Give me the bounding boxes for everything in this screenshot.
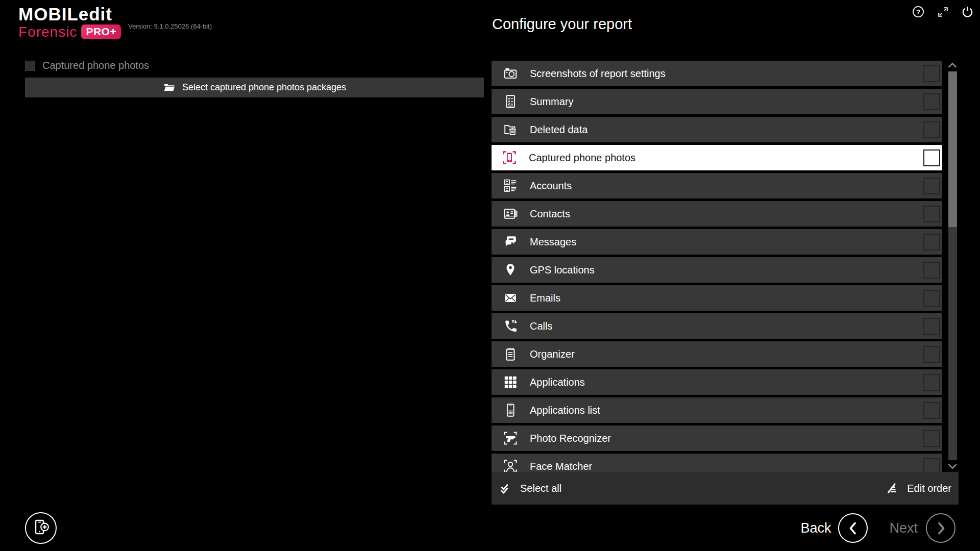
list-footer-bar: Select all Edit order bbox=[492, 472, 959, 505]
captured-phone-icon bbox=[501, 149, 518, 166]
app-logo: MOBILedit Forensic PRO+ bbox=[18, 5, 121, 39]
photo-recognizer-icon bbox=[502, 430, 519, 447]
report-item-gps-locations[interactable]: GPS locations bbox=[492, 257, 942, 283]
logo-pro-badge: PRO+ bbox=[81, 24, 121, 39]
report-item-screenshots-of-report-settings[interactable]: Screenshots of report settings bbox=[492, 61, 942, 86]
edit-order-label: Edit order bbox=[907, 483, 951, 494]
chevron-right-icon bbox=[935, 521, 947, 536]
captured-photos-label: Captured phone photos bbox=[42, 60, 149, 71]
power-icon[interactable] bbox=[960, 4, 975, 19]
add-phone-icon bbox=[31, 518, 51, 538]
resize-icon[interactable] bbox=[935, 4, 950, 19]
report-item-checkbox[interactable] bbox=[923, 149, 940, 166]
page-title: Configure your report bbox=[492, 16, 632, 33]
edit-order-button[interactable]: Edit order bbox=[885, 481, 951, 495]
report-item-checkbox[interactable] bbox=[923, 121, 940, 138]
report-item-photo-recognizer[interactable]: Photo Recognizer bbox=[492, 425, 942, 451]
report-item-applications-list[interactable]: Applications list bbox=[492, 397, 942, 423]
report-items-list: Screenshots of report settings Summary D… bbox=[492, 61, 942, 472]
messages-icon bbox=[502, 233, 519, 251]
report-item-contacts[interactable]: Contacts bbox=[492, 201, 942, 227]
report-item-checkbox[interactable] bbox=[923, 65, 940, 82]
select-all-label: Select all bbox=[520, 483, 561, 494]
version-text: Version: 9.1.0.25026 (64-bit) bbox=[128, 22, 212, 30]
captured-photos-option: Captured phone photos bbox=[25, 60, 149, 71]
report-item-accounts[interactable]: Accounts bbox=[492, 173, 942, 198]
back-label: Back bbox=[800, 520, 831, 536]
report-item-summary[interactable]: Summary bbox=[492, 89, 942, 114]
report-item-organizer[interactable]: Organizer bbox=[492, 341, 942, 367]
report-item-checkbox[interactable] bbox=[923, 402, 940, 419]
organizer-icon bbox=[502, 345, 519, 363]
report-item-applications[interactable]: Applications bbox=[492, 369, 942, 395]
logo-mobiledit: MOBILedit bbox=[18, 5, 121, 24]
report-item-checkbox[interactable] bbox=[923, 93, 940, 110]
report-item-checkbox[interactable] bbox=[923, 178, 940, 194]
applications-list-icon bbox=[502, 402, 519, 419]
help-icon[interactable]: ? bbox=[911, 4, 926, 19]
report-item-checkbox[interactable] bbox=[923, 374, 940, 391]
edit-pencil-icon bbox=[885, 481, 899, 495]
logo-forensic: Forensic bbox=[18, 24, 77, 39]
mobiledit-configure-report-window: MOBILedit Forensic PRO+ Version: 9.1.0.2… bbox=[0, 0, 980, 551]
calls-icon bbox=[502, 317, 519, 335]
select-packages-button[interactable]: Select captured phone photos packages bbox=[25, 78, 484, 97]
select-packages-label: Select captured phone photos packages bbox=[182, 82, 346, 93]
face-matcher-icon bbox=[502, 458, 519, 472]
scrollbar-track[interactable] bbox=[948, 71, 957, 460]
select-all-button[interactable]: Select all bbox=[499, 482, 561, 495]
email-icon bbox=[502, 289, 519, 307]
report-item-emails[interactable]: Emails bbox=[492, 285, 942, 311]
report-item-face-matcher[interactable]: Face Matcher bbox=[492, 454, 942, 472]
contacts-icon bbox=[502, 205, 519, 222]
camera-icon bbox=[502, 65, 519, 82]
report-item-checkbox[interactable] bbox=[923, 290, 940, 307]
accounts-icon bbox=[502, 177, 519, 194]
report-item-deleted-data[interactable]: Deleted data bbox=[492, 117, 942, 142]
report-item-checkbox[interactable] bbox=[923, 262, 940, 279]
report-item-checkbox[interactable] bbox=[923, 346, 940, 363]
report-item-captured-phone-photos[interactable]: Captured phone photos bbox=[492, 145, 942, 170]
double-check-icon bbox=[499, 482, 512, 495]
report-item-checkbox[interactable] bbox=[923, 430, 940, 447]
report-item-checkbox[interactable] bbox=[923, 206, 940, 222]
report-item-checkbox[interactable] bbox=[923, 234, 940, 251]
report-item-calls[interactable]: Calls bbox=[492, 313, 942, 339]
report-item-checkbox[interactable] bbox=[923, 318, 940, 335]
summary-document-icon bbox=[502, 93, 519, 110]
back-button[interactable] bbox=[838, 513, 868, 543]
report-item-messages[interactable]: Messages bbox=[492, 229, 942, 255]
scroll-down-arrow-icon[interactable] bbox=[947, 462, 958, 469]
report-item-checkbox[interactable] bbox=[923, 458, 940, 472]
deleted-data-icon bbox=[502, 121, 519, 138]
applications-grid-icon bbox=[502, 373, 519, 391]
chevron-left-icon bbox=[847, 521, 859, 536]
gps-pin-icon bbox=[502, 261, 519, 279]
svg-text:?: ? bbox=[916, 8, 920, 16]
scroll-up-arrow-icon[interactable] bbox=[947, 61, 958, 68]
add-phone-button[interactable] bbox=[25, 512, 57, 544]
next-button[interactable] bbox=[926, 513, 955, 543]
window-controls: ? bbox=[911, 4, 975, 19]
scrollbar-thumb[interactable] bbox=[948, 71, 957, 227]
captured-photos-checkbox[interactable] bbox=[25, 61, 35, 71]
folder-icon bbox=[163, 81, 176, 94]
wizard-navigation: Back Next bbox=[800, 512, 955, 544]
next-label: Next bbox=[889, 520, 918, 536]
